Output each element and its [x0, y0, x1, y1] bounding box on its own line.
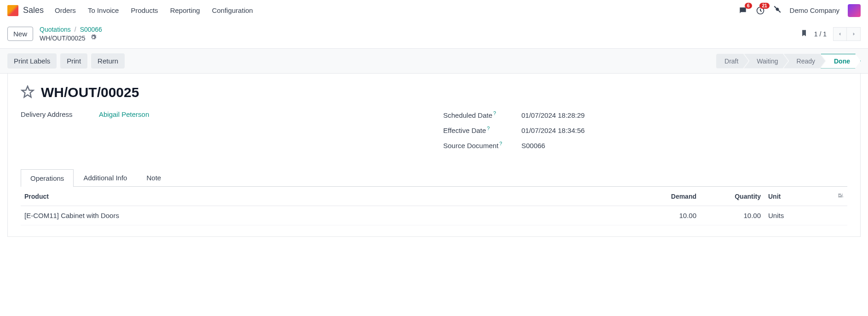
star-icon[interactable] — [21, 85, 34, 100]
tools-icon[interactable] — [773, 6, 782, 15]
tab-note[interactable]: Note — [137, 169, 171, 186]
nav-item-orders[interactable]: Orders — [55, 6, 76, 14]
activities-badge: 21 — [759, 3, 769, 9]
record-title: WH/OUT/00025 — [41, 85, 139, 100]
gear-icon[interactable] — [90, 34, 97, 42]
help-icon[interactable]: ? — [487, 126, 490, 131]
breadcrumb-current: WH/OUT/00025 — [40, 34, 86, 42]
new-button[interactable]: New — [7, 27, 33, 41]
print-button[interactable]: Print — [60, 53, 87, 69]
col-quantity[interactable]: Quantity — [700, 187, 765, 206]
tab-bar: Operations Additional Info Note — [21, 169, 847, 187]
cell-product: [E-COM11] Cabinet with Doors — [21, 206, 636, 225]
left-fields: Delivery Address Abigail Peterson — [21, 110, 425, 156]
right-fields: Scheduled Date? 01/07/2024 18:28:29 Effe… — [443, 110, 848, 156]
col-config[interactable] — [829, 187, 847, 206]
action-row: Print Labels Print Return Draft Waiting … — [0, 49, 868, 74]
messages-icon[interactable]: 6 — [738, 6, 747, 15]
activities-icon[interactable]: 21 — [756, 6, 765, 15]
status-waiting[interactable]: Waiting — [744, 54, 788, 69]
col-product[interactable]: Product — [21, 187, 636, 206]
return-button[interactable]: Return — [91, 53, 125, 69]
messages-badge: 6 — [745, 3, 752, 9]
cell-demand: 10.00 — [636, 206, 700, 225]
header-right: 1 / 1 — [800, 27, 861, 41]
pager-text: 1 / 1 — [814, 30, 827, 38]
pager-prev[interactable] — [833, 27, 847, 41]
nav-right: 6 21 Demo Company — [738, 4, 861, 17]
cell-unit: Units — [765, 206, 829, 225]
help-icon[interactable]: ? — [500, 141, 502, 146]
source-doc-value: S00066 — [522, 142, 546, 149]
breadcrumb: Quotations / S00066 WH/OUT/00025 — [40, 26, 102, 42]
scheduled-date-label: Scheduled Date? — [443, 110, 512, 119]
status-bar: Draft Waiting Ready Done — [716, 54, 861, 69]
bookmark-icon[interactable] — [800, 29, 808, 39]
operations-table: Product Demand Quantity Unit [E-COM11] C… — [21, 187, 847, 225]
status-ready[interactable]: Ready — [784, 54, 825, 69]
nav-item-to-invoice[interactable]: To Invoice — [88, 6, 119, 14]
pager-next[interactable] — [847, 27, 861, 41]
delivery-address-label: Delivery Address — [21, 110, 90, 118]
tab-additional-info[interactable]: Additional Info — [74, 169, 137, 186]
user-avatar[interactable] — [848, 4, 861, 17]
tab-operations[interactable]: Operations — [21, 169, 74, 187]
delivery-address-value[interactable]: Abigail Peterson — [99, 110, 149, 118]
effective-date-label: Effective Date? — [443, 126, 512, 134]
cell-quantity: 10.00 — [700, 206, 765, 225]
nav-item-configuration[interactable]: Configuration — [212, 6, 253, 14]
header-row: New Quotations / S00066 WH/OUT/00025 1 /… — [0, 21, 868, 49]
print-labels-button[interactable]: Print Labels — [7, 53, 57, 69]
table-row[interactable]: [E-COM11] Cabinet with Doors 10.00 10.00… — [21, 206, 847, 225]
breadcrumb-sep: / — [75, 26, 76, 33]
col-demand[interactable]: Demand — [636, 187, 700, 206]
source-doc-label: Source Document? — [443, 141, 512, 149]
status-draft[interactable]: Draft — [716, 54, 748, 69]
company-name[interactable]: Demo Company — [790, 6, 839, 14]
col-unit[interactable]: Unit — [765, 187, 829, 206]
sliders-icon[interactable] — [837, 193, 844, 200]
app-logo[interactable] — [7, 5, 18, 16]
help-icon[interactable]: ? — [493, 110, 496, 116]
nav-menu: Orders To Invoice Products Reporting Con… — [55, 6, 253, 14]
breadcrumb-mid[interactable]: S00066 — [80, 26, 102, 33]
record-card: WH/OUT/00025 Delivery Address Abigail Pe… — [7, 74, 861, 237]
app-title[interactable]: Sales — [23, 6, 44, 15]
status-done[interactable]: Done — [821, 54, 861, 69]
top-nav: Sales Orders To Invoice Products Reporti… — [0, 0, 868, 21]
effective-date-value: 01/07/2024 18:34:56 — [522, 126, 585, 134]
scheduled-date-value: 01/07/2024 18:28:29 — [522, 111, 585, 119]
nav-item-reporting[interactable]: Reporting — [170, 6, 200, 14]
breadcrumb-root[interactable]: Quotations — [40, 26, 71, 33]
nav-item-products[interactable]: Products — [131, 6, 158, 14]
main: WH/OUT/00025 Delivery Address Abigail Pe… — [0, 74, 868, 237]
